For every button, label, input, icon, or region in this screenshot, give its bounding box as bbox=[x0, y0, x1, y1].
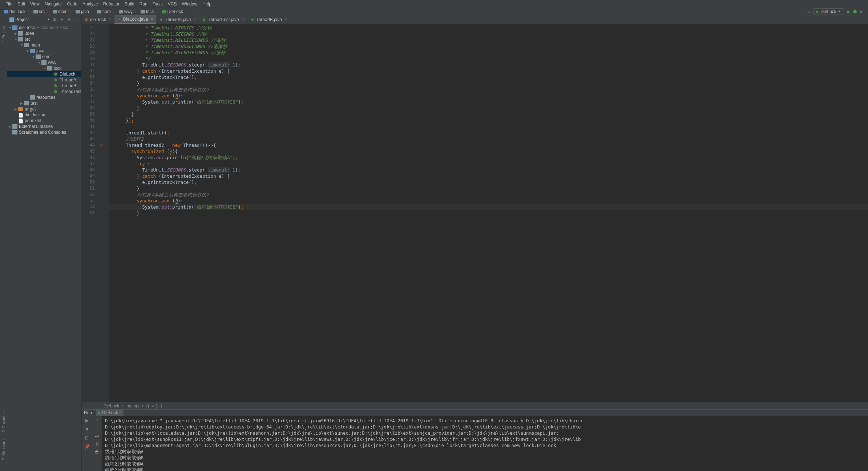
run-button-icon[interactable]: ▶ bbox=[847, 9, 850, 14]
menu-view[interactable]: View bbox=[28, 1, 42, 7]
run-tw-toolbar-left: ▶ ■ ⊟ 📌 bbox=[82, 416, 92, 471]
menu-file[interactable]: File bbox=[3, 1, 15, 7]
breadcrumb-src[interactable]: src bbox=[32, 9, 46, 14]
run-tw-title: Run: bbox=[84, 410, 93, 415]
run-tw-tab[interactable]: ▶ DieLock × bbox=[96, 410, 124, 416]
editor-tab-dielock-java[interactable]: DieLock.java× bbox=[114, 15, 157, 24]
editor-content[interactable]: 2526272829303132333435363738394041424344… bbox=[82, 24, 868, 402]
menu-help[interactable]: Help bbox=[200, 1, 214, 7]
breadcrumb: die_lock〉src〉main〉java〉com〉wwy〉lock〉DieL… bbox=[3, 8, 807, 15]
side-tab-favorites[interactable]: 2: Favorites bbox=[1, 411, 6, 432]
layout-icon[interactable]: ⊟ bbox=[84, 435, 90, 441]
breadcrumb-dielock[interactable]: DieLock bbox=[161, 9, 184, 14]
status-crumb-lambda[interactable]: () -> {...} bbox=[146, 403, 162, 408]
menu-analyze[interactable]: Analyze bbox=[80, 1, 101, 7]
editor-status-crumb: DieLock › main() › () -> {...} bbox=[82, 402, 868, 409]
console-output[interactable]: D:\jdk\bin\java.exe "-javaagent:D:\IDEA\… bbox=[102, 416, 868, 471]
breadcrumb-com[interactable]: com bbox=[96, 9, 112, 14]
tree-item-die_lock-iml[interactable]: 📄die_lock.iml bbox=[7, 112, 81, 118]
tree-item-threadtest[interactable]: ThreadTest bbox=[7, 89, 81, 94]
tree-item-resources[interactable]: resources bbox=[7, 94, 81, 100]
collapse-icon[interactable]: ⊕ bbox=[52, 17, 57, 23]
side-tab-structure[interactable]: 7: Structure bbox=[1, 439, 6, 460]
tree-item-test[interactable]: ▶test bbox=[7, 100, 81, 106]
up-icon[interactable]: ↑ bbox=[96, 418, 98, 423]
editor-tab-die_lock[interactable]: mdie_lock× bbox=[82, 15, 114, 24]
navigation-bar: die_lock〉src〉main〉java〉com〉wwy〉lock〉DieL… bbox=[0, 8, 868, 15]
menu-bar: FileEditViewNavigateCodeAnalyzeRefactorB… bbox=[0, 0, 868, 8]
menu-run[interactable]: Run bbox=[137, 1, 150, 7]
menu-navigate[interactable]: Navigate bbox=[42, 1, 64, 7]
tree-item-src[interactable]: ▼src bbox=[7, 36, 81, 42]
tree-item-com[interactable]: ▼com bbox=[7, 54, 81, 60]
tree-item--idea[interactable]: ▶.idea bbox=[7, 31, 81, 36]
tree-item-die_lock[interactable]: ▼die_lockE:\csdn\die_lock bbox=[7, 25, 81, 31]
breadcrumb-wwy[interactable]: wwy bbox=[118, 9, 134, 14]
print-icon[interactable]: ⎙ bbox=[96, 442, 98, 447]
run-tool-window: Run: ▶ DieLock × ▶ ■ ⊟ 📌 ↑ ↓ ⮐ bbox=[82, 409, 868, 471]
clear-icon[interactable]: 🗑 bbox=[95, 450, 99, 455]
menu-build[interactable]: Build bbox=[122, 1, 137, 7]
tree-item-threadb[interactable]: ThreadB bbox=[7, 83, 81, 89]
breadcrumb-lock[interactable]: lock bbox=[140, 9, 155, 14]
hide-icon[interactable]: — bbox=[73, 17, 79, 23]
breadcrumb-main[interactable]: main bbox=[52, 9, 69, 14]
project-pane-header: Project ▼ ⊕ ÷ ✱ — bbox=[7, 15, 81, 24]
fold-gutter[interactable] bbox=[104, 24, 109, 402]
status-crumb-method[interactable]: main() bbox=[126, 403, 139, 408]
tree-item-dielock[interactable]: DieLock bbox=[7, 71, 81, 77]
tree-item-threada[interactable]: ThreadA bbox=[7, 77, 81, 83]
editor-tab-threadtest-java[interactable]: ThreadTest.java× bbox=[199, 15, 247, 24]
menu-refactor[interactable]: Refactor bbox=[101, 1, 122, 7]
menu-tools[interactable]: Tools bbox=[150, 1, 165, 7]
line-number-gutter: 2526272829303132333435363738394041424344… bbox=[82, 24, 99, 402]
breadcrumb-die_lock[interactable]: die_lock bbox=[3, 9, 27, 14]
run-config-selector[interactable]: ▶ DieLock ▼ bbox=[813, 8, 844, 15]
debug-button-icon[interactable]: ⬢ bbox=[853, 9, 857, 14]
editor-tab-bar: mdie_lock×DieLock.java×ThreadA.java×Thre… bbox=[82, 15, 868, 24]
stop-icon[interactable]: ■ bbox=[84, 426, 90, 432]
breadcrumb-java[interactable]: java bbox=[74, 9, 90, 14]
divider-icon[interactable]: ÷ bbox=[59, 17, 65, 23]
annotation-gutter: ●↑ bbox=[99, 24, 104, 402]
tree-item-scratches-and-consoles[interactable]: Scratches and Consoles bbox=[7, 129, 81, 135]
project-tree[interactable]: ▼die_lockE:\csdn\die_lock▶.idea▼src▼main… bbox=[7, 24, 81, 471]
editor-tab-threadb-java[interactable]: ThreadB.java× bbox=[247, 15, 290, 24]
stop-button-icon[interactable]: ■ bbox=[860, 9, 862, 14]
soft-wrap-icon[interactable]: ⮐ bbox=[95, 434, 99, 439]
tree-item-target[interactable]: ▶target bbox=[7, 106, 81, 112]
editor-tab-threada-java[interactable]: ThreadA.java× bbox=[156, 15, 199, 24]
editor-area: mdie_lock×DieLock.java×ThreadA.java×Thre… bbox=[82, 15, 868, 471]
tree-item-lock[interactable]: ▼lock bbox=[7, 65, 81, 71]
menu-edit[interactable]: Edit bbox=[15, 1, 28, 7]
status-crumb-class[interactable]: DieLock bbox=[104, 403, 119, 408]
code-area[interactable]: * TimeUnit.MINUTES //分钟 * TimeUnit.SECON… bbox=[109, 24, 868, 402]
side-tab-project[interactable]: 1: Project bbox=[1, 26, 6, 43]
tree-item-main[interactable]: ▼main bbox=[7, 42, 81, 48]
left-side-tabs: 1: Project 2: Favorites 7: Structure bbox=[0, 15, 7, 471]
menu-code[interactable]: Code bbox=[64, 1, 80, 7]
project-tool-window: Project ▼ ⊕ ÷ ✱ — ▼die_lockE:\csdn\die_l… bbox=[7, 15, 82, 471]
gear-icon[interactable]: ✱ bbox=[66, 17, 72, 23]
project-pane-title[interactable]: Project bbox=[15, 17, 46, 22]
tree-item-external-libraries[interactable]: ▶External Libraries bbox=[7, 124, 81, 129]
tree-item-wwy[interactable]: ▼wwy bbox=[7, 60, 81, 65]
run-tw-toolbar-left2: ↑ ↓ ⮐ ⎙ 🗑 bbox=[92, 416, 102, 471]
pin-icon[interactable]: 📌 bbox=[84, 444, 90, 450]
back-green-icon[interactable]: ↘ bbox=[807, 9, 810, 14]
rerun-icon[interactable]: ▶ bbox=[84, 418, 90, 423]
tree-item-pom-xml[interactable]: 📄pom.xml bbox=[7, 118, 81, 124]
menu-vcs[interactable]: VCS bbox=[165, 1, 179, 7]
tree-item-java[interactable]: ▼java bbox=[7, 48, 81, 54]
down-icon[interactable]: ↓ bbox=[96, 426, 98, 431]
menu-window[interactable]: Window bbox=[179, 1, 200, 7]
